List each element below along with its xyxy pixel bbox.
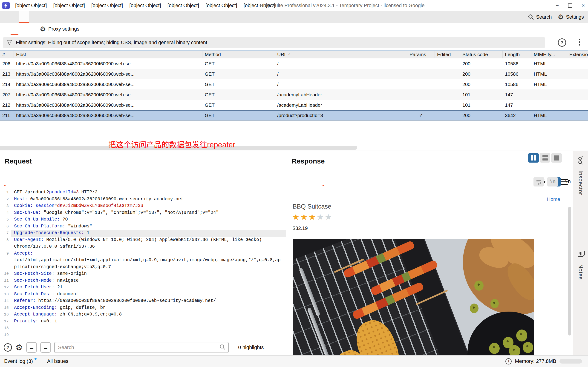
- cell-method: GET: [202, 71, 275, 77]
- menu-item[interactable]: [object Object]: [12, 0, 50, 11]
- line-content: Accept-Language: zh-CN,zh;q=0.9,en;q=0.8: [11, 311, 286, 318]
- main-tab[interactable]: [106, 11, 116, 23]
- minimize-icon[interactable]: −: [555, 3, 559, 8]
- line-content: Sec-Fetch-Site: same-origin: [11, 270, 286, 277]
- burp-logo-icon: [2, 2, 10, 9]
- main-tab[interactable]: [39, 11, 48, 23]
- cell-method: GET: [202, 102, 275, 108]
- line-number: 17: [0, 318, 11, 325]
- request-line: 12 Sec-Fetch-User: ?1: [0, 284, 286, 291]
- empty-stars-icon: ★★: [317, 212, 333, 222]
- notes-tab[interactable]: Notes: [573, 244, 588, 336]
- column-header[interactable]: MIME ty...: [531, 50, 567, 58]
- request-editor[interactable]: 1 GET /product?productId=3 HTTP/2 2 Host…: [0, 189, 286, 340]
- rows-layout-button[interactable]: [540, 153, 550, 163]
- inspector-tab[interactable]: Inspector: [573, 151, 588, 244]
- column-header[interactable]: Method: [202, 50, 275, 58]
- cell-length: 3642: [503, 113, 531, 118]
- proxy-sub-tab[interactable]: [10, 23, 19, 35]
- columns-layout-button[interactable]: [528, 153, 539, 163]
- column-header[interactable]: URL^: [275, 50, 407, 58]
- show-newlines-toggle[interactable]: \n: [547, 177, 558, 186]
- editor-menu-icon[interactable]: [561, 179, 568, 185]
- main-tab[interactable]: [87, 11, 97, 23]
- request-line: 18: [0, 325, 286, 332]
- proxy-sub-tab[interactable]: [0, 23, 10, 35]
- notes-label: Notes: [577, 264, 584, 280]
- more-options-icon[interactable]: [579, 39, 580, 46]
- response-tabs: [292, 176, 323, 186]
- request-line: 5 Sec-Ch-Ua-Mobile: ?0: [0, 216, 286, 223]
- pane-splitter[interactable]: [0, 150, 588, 151]
- menu-item[interactable]: [object Object]: [50, 0, 88, 11]
- column-header[interactable]: #: [0, 50, 14, 58]
- single-layout-button[interactable]: [551, 153, 562, 163]
- search-input[interactable]: [55, 344, 219, 350]
- gear-icon[interactable]: ⚙: [15, 343, 23, 352]
- global-search-button[interactable]: Search: [528, 14, 552, 20]
- column-header[interactable]: Edited: [435, 50, 460, 58]
- main-tab[interactable]: [58, 11, 68, 23]
- main-tab[interactable]: [48, 11, 58, 23]
- annotation-text: 把这个访问产品的数据包发往repeater: [108, 139, 235, 150]
- next-match-button[interactable]: →: [40, 342, 51, 353]
- main-tab[interactable]: [10, 11, 19, 23]
- help-icon[interactable]: ?: [4, 343, 12, 352]
- cell-status: 101: [460, 92, 503, 98]
- main-tab[interactable]: [19, 11, 29, 23]
- proxy-settings-tab[interactable]: ⚙ Proxy settings: [37, 23, 82, 35]
- cell-id: 213: [0, 71, 14, 77]
- response-scrollbar[interactable]: [568, 207, 571, 335]
- table-row[interactable]: 214 https://0a3a009c036f88a48002a36200f6…: [0, 79, 588, 90]
- line-content: Accept-Encoding: gzip, deflate, br: [11, 304, 286, 311]
- menu-item[interactable]: [object Object]: [88, 0, 126, 11]
- maximize-icon[interactable]: [568, 3, 572, 8]
- column-header[interactable]: Host: [14, 50, 202, 58]
- table-row[interactable]: 213 https://0a3a009c036f88a48002a36200f6…: [0, 69, 588, 79]
- event-log-button[interactable]: Event log (3): [4, 358, 33, 364]
- menu-item[interactable]: [object Object]: [202, 0, 240, 11]
- word-wrap-toggle[interactable]: [533, 177, 544, 186]
- column-header[interactable]: Status code: [460, 50, 503, 58]
- cell-status: 200: [460, 61, 503, 67]
- line-number: 10: [0, 270, 11, 277]
- cell-id: 207: [0, 92, 14, 98]
- notification-dot: [34, 358, 37, 360]
- table-row[interactable]: 207 https://0a3a009c036f88a48002a36200f6…: [0, 90, 588, 100]
- line-content: User-Agent: Mozilla/5.0 (Windows NT 10.0…: [11, 237, 286, 250]
- table-row[interactable]: 212 https://0a3a009c036f88a48002a36200f6…: [0, 100, 588, 110]
- column-header[interactable]: Extension: [567, 50, 588, 58]
- menu-item[interactable]: [object Object]: [164, 0, 202, 11]
- proxy-sub-tab[interactable]: [19, 23, 29, 35]
- main-tab[interactable]: [68, 11, 77, 23]
- all-issues-button[interactable]: All issues: [47, 358, 68, 364]
- tabbar-actions: Search ⚙ Settings: [528, 11, 588, 23]
- menu-item[interactable]: [object Object]: [126, 0, 164, 11]
- response-pane: Response \n Home BBQ Suitcase ★★★★★ $32.…: [286, 151, 573, 355]
- main-tab[interactable]: [29, 11, 39, 23]
- main-tab[interactable]: [97, 11, 106, 23]
- settings-button[interactable]: ⚙ Settings: [558, 14, 584, 20]
- home-link[interactable]: Home: [547, 197, 560, 202]
- product-price: $32.19: [293, 225, 308, 231]
- help-icon[interactable]: ?: [558, 38, 566, 47]
- highlights-count: 0 highlights: [238, 344, 264, 350]
- table-row[interactable]: 206 https://0a3a009c036f88a48002a36200f6…: [0, 58, 588, 69]
- line-content: Upgrade-Insecure-Requests: 1: [11, 230, 286, 237]
- line-number: 19: [0, 332, 11, 339]
- table-row[interactable]: 211 https://0a3a009c036f88a48002a36200f6…: [0, 110, 588, 120]
- request-line: 8 User-Agent: Mozilla/5.0 (Windows NT 10…: [0, 237, 286, 250]
- close-icon[interactable]: ×: [581, 3, 585, 8]
- line-number: 5: [0, 216, 11, 223]
- main-tab[interactable]: [0, 11, 10, 23]
- info-icon[interactable]: i: [505, 358, 512, 365]
- column-header[interactable]: Params: [407, 50, 435, 58]
- cell-host: https://0a3a009c036f88a48002a36200f60090…: [14, 113, 202, 118]
- rating-stars: ★★★★★: [292, 212, 333, 222]
- previous-match-button[interactable]: ←: [26, 342, 37, 353]
- column-header[interactable]: Length: [503, 50, 531, 58]
- line-content: Sec-Ch-Ua-Mobile: ?0: [11, 216, 286, 223]
- main-tab[interactable]: [77, 11, 87, 23]
- filter-settings-bar[interactable]: Filter settings: Hiding out of scope ite…: [3, 37, 545, 48]
- layout-switcher: [528, 153, 562, 163]
